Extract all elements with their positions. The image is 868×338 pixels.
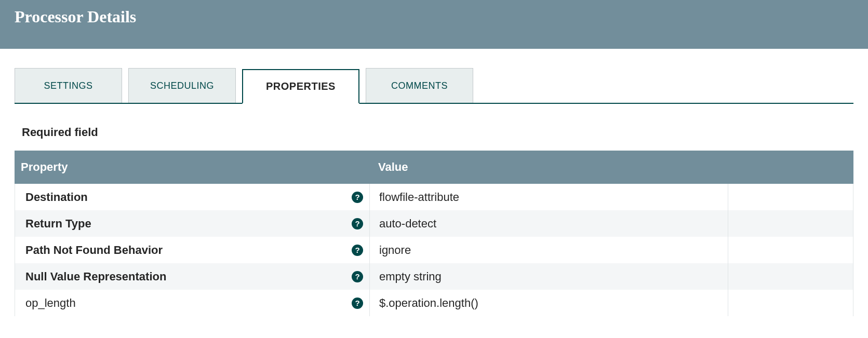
row-pad [728,237,853,263]
tab-properties-label: PROPERTIES [266,80,336,92]
row-pad [728,210,853,237]
property-cell: Null Value Representation? [15,263,369,290]
svg-text:?: ? [355,272,359,281]
help-icon[interactable]: ? [352,298,363,309]
dialog-header: Processor Details [0,0,868,49]
tab-comments-label: COMMENTS [391,80,448,91]
property-value: $.operation.length() [379,296,478,310]
svg-text:?: ? [355,193,359,201]
help-icon[interactable]: ? [352,192,363,203]
property-cell: Return Type? [15,210,369,237]
row-pad [728,184,853,210]
value-cell[interactable]: ignore [369,237,728,263]
value-cell[interactable]: flowfile-attribute [369,184,728,210]
row-pad [728,263,853,290]
property-cell: Destination? [15,184,369,210]
tab-settings[interactable]: SETTINGS [15,68,122,103]
properties-table: Property Value Destination?flowfile-attr… [15,151,853,316]
property-value: ignore [379,244,411,257]
dialog-content: SETTINGS SCHEDULING PROPERTIES COMMENTS … [0,49,868,316]
svg-text:?: ? [355,246,359,254]
property-name: Destination [25,191,88,204]
table-row[interactable]: Path Not Found Behavior?ignore [15,237,853,263]
value-cell[interactable]: $.operation.length() [369,290,728,316]
svg-text:?: ? [355,219,359,228]
tab-scheduling-label: SCHEDULING [150,80,214,91]
property-value: flowfile-attribute [379,191,459,204]
help-icon[interactable]: ? [352,271,363,282]
required-field-label: Required field [22,126,853,139]
property-cell: Path Not Found Behavior? [15,237,369,263]
dialog-title: Processor Details [15,7,853,26]
property-value: empty string [379,270,442,283]
property-name: Path Not Found Behavior [25,244,163,257]
help-icon[interactable]: ? [352,218,363,229]
tab-scheduling[interactable]: SCHEDULING [128,68,236,103]
tab-settings-label: SETTINGS [44,80,92,91]
col-header-value: Value [369,160,727,174]
value-cell[interactable]: empty string [369,263,728,290]
table-row[interactable]: Destination?flowfile-attribute [15,184,853,210]
property-value: auto-detect [379,217,436,231]
svg-text:?: ? [355,299,359,307]
tab-comments[interactable]: COMMENTS [366,68,473,103]
row-pad [728,290,853,316]
property-name: Null Value Representation [25,270,166,283]
table-row[interactable]: Return Type?auto-detect [15,210,853,237]
tabs-container: SETTINGS SCHEDULING PROPERTIES COMMENTS [15,69,853,104]
property-cell: op_length? [15,290,369,316]
value-cell[interactable]: auto-detect [369,210,728,237]
table-header-row: Property Value [15,151,853,184]
help-icon[interactable]: ? [352,245,363,256]
col-header-property: Property [15,160,369,174]
property-name: Return Type [25,217,91,231]
property-name: op_length [25,296,76,310]
table-row[interactable]: op_length?$.operation.length() [15,290,853,316]
tab-properties[interactable]: PROPERTIES [242,69,359,104]
table-row[interactable]: Null Value Representation?empty string [15,263,853,290]
